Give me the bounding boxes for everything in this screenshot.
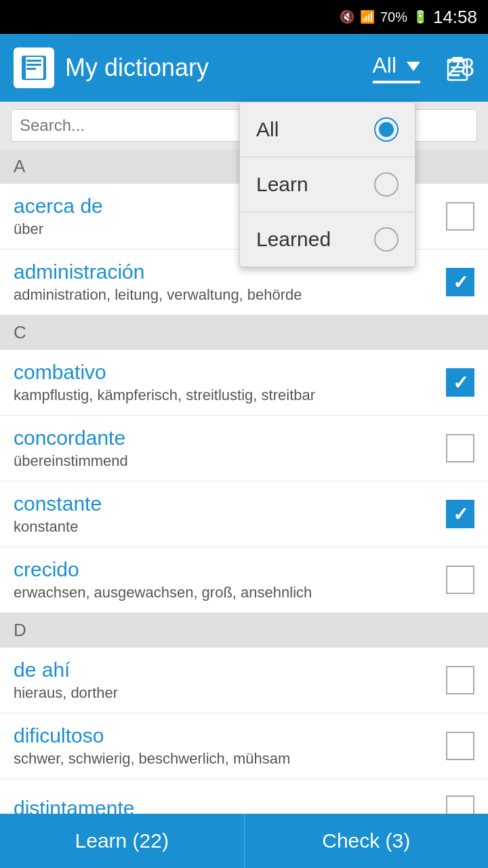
word-content: dificultoso schwer, schwierig, beschwerl… [14,724,446,768]
check-button[interactable]: Check (3) [245,814,489,868]
book-icon [19,53,49,83]
word-checkbox[interactable] [446,202,474,231]
page-title: My dictionary [65,54,373,82]
word-content: concordante übereinstimmend [14,427,446,470]
battery-text: 70% [380,9,407,25]
section-header-d: D [0,613,488,648]
status-icons: 🔇 📶 70% 🔋 14:58 [340,7,477,28]
svg-rect-6 [448,60,467,80]
radio-all [374,117,399,142]
table-row[interactable]: concordante übereinstimmend [0,416,488,481]
clipboard-button[interactable] [441,51,474,85]
mute-icon: 🔇 [340,9,354,24]
word-checkbox[interactable] [446,732,474,760]
svg-rect-4 [26,68,36,70]
table-row[interactable]: constante konstante [0,481,488,547]
battery-icon: 🔋 [413,9,428,24]
word-checkbox[interactable] [446,368,474,397]
table-row[interactable]: de ahí hieraus, dorther [0,648,488,713]
table-row[interactable]: dificultoso schwer, schwierig, beschwerl… [0,713,488,779]
bottom-bar: Learn (22) Check (3) [0,814,488,868]
word-checkbox[interactable] [446,500,474,528]
word-content: combativo kampflustig, kämpferisch, stre… [14,361,446,404]
svg-rect-8 [451,66,464,68]
word-content: de ahí hieraus, dorther [14,658,446,702]
app-header: My dictionary All 28 [0,34,488,102]
app-logo [14,47,54,88]
filter-option-all[interactable]: All [240,102,415,157]
svg-rect-2 [26,60,41,62]
status-bar: 🔇 📶 70% 🔋 14:58 [0,0,488,34]
radio-learned [374,227,399,252]
filter-option-learned[interactable]: Learned [240,212,415,267]
word-checkbox[interactable] [446,434,474,462]
chevron-down-icon [407,62,420,71]
word-checkbox[interactable] [446,566,474,594]
table-row[interactable]: combativo kampflustig, kämpferisch, stre… [0,350,488,416]
filter-dropdown-trigger[interactable]: All [373,53,420,83]
filter-dropdown: All Learn Learned [239,102,415,267]
table-row[interactable]: crecido erwachsen, ausgewachsen, groß, a… [0,547,488,613]
word-checkbox[interactable] [446,268,474,296]
section-header-c: C [0,315,488,350]
word-content: constante konstante [14,492,446,536]
radio-learn [374,172,399,197]
svg-rect-7 [452,57,463,62]
status-time: 14:58 [433,7,477,28]
svg-rect-10 [451,75,459,77]
learn-button[interactable]: Learn (22) [0,814,245,868]
svg-rect-3 [26,64,41,66]
word-checkbox[interactable] [446,666,474,694]
word-content: crecido erwachsen, ausgewachsen, groß, a… [14,558,446,601]
svg-rect-5 [23,57,26,79]
filter-option-learn[interactable]: Learn [240,157,415,212]
svg-rect-9 [451,71,464,73]
signal-icon: 📶 [360,9,375,24]
clipboard-icon [443,53,472,83]
